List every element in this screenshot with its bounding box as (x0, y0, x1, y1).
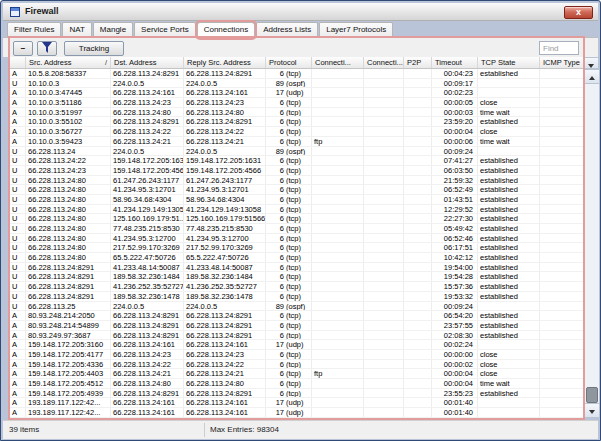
table-row[interactable]: A80.93.249.97:368766.228.113.24:829166.2… (9, 331, 583, 341)
table-row[interactable]: U66.228.113.24:8291189.58.32.236:1484189… (9, 272, 583, 282)
cell-reply-src-address: 66.228.113.24:23 (184, 350, 266, 359)
cell-reply-src-address: 66.228.113.24:8291 (184, 311, 266, 320)
table-row[interactable]: A159.148.172.205:316066.228.113.24:16166… (9, 340, 583, 350)
column-header-connecti-[interactable]: Connecti... (312, 57, 364, 68)
table-row[interactable]: U66.228.113.24:8041.234.95.3:1270041.234… (9, 234, 583, 244)
cell-p2p (404, 79, 432, 88)
cell-flag: A (9, 69, 26, 78)
column-header-src-address[interactable]: Src. Address/ (26, 57, 111, 68)
tab-filter-rules[interactable]: Filter Rules (7, 22, 61, 37)
column-header-timeout[interactable]: Timeout (432, 57, 478, 68)
cell-tcp-state: established (478, 234, 540, 243)
table-row[interactable]: A80.93.248.214:205066.228.113.24:829166.… (9, 311, 583, 321)
cell-connection-1 (312, 185, 364, 194)
filter-button[interactable] (37, 41, 57, 56)
tab-mangle[interactable]: Mangle (93, 22, 133, 37)
find-input[interactable] (539, 41, 579, 55)
table-row[interactable]: A159.148.172.205:417766.228.113.24:2366.… (9, 350, 583, 360)
table-row[interactable]: U66.228.113.24:80217.52.99.170:3269217.5… (9, 243, 583, 253)
table-row[interactable]: U66.228.113.24:8061.247.26.243:117761.24… (9, 176, 583, 186)
cell-reply-src-address: 224.0.0.5 (184, 302, 266, 311)
cell-flag: U (9, 195, 26, 204)
cell-icmp-type (540, 272, 580, 281)
column-header-reply-src-address[interactable]: Reply Src. Address (184, 57, 266, 68)
tab-layer7-protocols[interactable]: Layer7 Protocols (319, 22, 393, 37)
table-row[interactable]: U66.228.113.24:8077.48.235.215:853077.48… (9, 224, 583, 234)
table-row[interactable]: U66.228.113.24:8041.234.129.149:1305841.… (9, 205, 583, 215)
cell-p2p (404, 282, 432, 291)
cell-protocol: 6(tcp) (266, 379, 312, 388)
table-row[interactable]: A80.93.248.214:5489966.228.113.24:829166… (9, 321, 583, 331)
tab-service-ports[interactable]: Service Ports (134, 22, 196, 37)
column-header-tcp-state[interactable]: TCP State (478, 57, 540, 68)
table-row[interactable]: U66.228.113.24224.0.0.5224.0.0.589(ospf)… (9, 147, 583, 157)
cell-tcp-state: time wait (478, 137, 540, 146)
table-row[interactable]: U66.228.113.25224.0.0.5224.0.0.589(ospf)… (9, 302, 583, 312)
table-row[interactable]: A193.189.117.122:42...66.228.113.24:1616… (9, 408, 583, 418)
column-header-connecti-[interactable]: Connecti... (364, 57, 404, 68)
remove-button[interactable]: − (13, 41, 33, 56)
table-row[interactable]: A10.10.0.3:5942366.228.113.24:2166.228.1… (9, 137, 583, 147)
table-row[interactable]: A159.148.172.205:433666.228.113.24:2266.… (9, 360, 583, 370)
cell-icmp-type (540, 292, 580, 301)
cell-src-address: 66.228.113.24:80 (26, 243, 111, 252)
protocol-name: (tcp) (284, 253, 301, 262)
cell-flag: A (9, 340, 26, 349)
table-row[interactable]: U66.228.113.24:80125.160.169.179:51...12… (9, 214, 583, 224)
scrollbar-thumb[interactable] (586, 387, 598, 403)
table-row[interactable]: A193.189.117.122:42...66.228.113.24:1616… (9, 398, 583, 408)
table-row[interactable]: U66.228.113.24:8065.5.222.47:5072665.5.2… (9, 253, 583, 263)
table-row[interactable]: A159.148.172.205:451266.228.113.24:8066.… (9, 379, 583, 389)
table-row[interactable]: A10.10.0.3:4744566.228.113.24:16166.228.… (9, 88, 583, 98)
column-header-icmp-type[interactable]: ICMP Type (540, 57, 580, 68)
tab-address-lists[interactable]: Address Lists (256, 22, 318, 37)
scroll-down-button[interactable] (584, 403, 600, 418)
cell-timeout: 21:59:32 (432, 176, 478, 185)
cell-src-address: 66.228.113.24:23 (26, 166, 111, 175)
column-header-dst-address[interactable]: Dst. Address (111, 57, 184, 68)
table-row[interactable]: U66.228.113.24:829141.233.48.14:5008741.… (9, 263, 583, 273)
cell-tcp-state: time wait (478, 108, 540, 117)
cell-tcp-state (478, 398, 540, 407)
column-select-button[interactable] (583, 57, 599, 69)
column-header-p2p[interactable]: P2P (404, 57, 432, 68)
column-header-flags[interactable] (9, 57, 26, 68)
table-row[interactable]: U66.228.113.24:23159.148.172.205:4566159… (9, 166, 583, 176)
table-row[interactable]: U66.228.113.24:829141.236.252.35:5272741… (9, 282, 583, 292)
cell-flag: U (9, 79, 26, 88)
table-row[interactable]: A10.10.0.3:5118666.228.113.24:2366.228.1… (9, 98, 583, 108)
protocol-name: (tcp) (284, 321, 301, 330)
cell-reply-src-address: 41.234.95.3:12701 (184, 185, 266, 194)
cell-dst-address: 66.228.113.24:23 (111, 98, 184, 107)
table-row[interactable]: U66.228.113.24:8291189.58.32.236:1478189… (9, 292, 583, 302)
cell-dst-address: 66.228.113.24:8291 (111, 117, 184, 126)
cell-connection-1 (312, 117, 364, 126)
column-header-protocol[interactable]: Protocol (266, 57, 312, 68)
cell-reply-src-address: 189.58.32.236:1478 (184, 292, 266, 301)
table-row[interactable]: A159.148.172.205:493966.228.113.24:82916… (9, 389, 583, 399)
table-row[interactable]: A10.10.0.3:5199766.228.113.24:8066.228.1… (9, 108, 583, 118)
scroll-up-button[interactable] (584, 69, 600, 84)
table-row[interactable]: U66.228.113.24:8041.234.95.3:1270141.234… (9, 185, 583, 195)
cell-connection-2 (364, 195, 404, 204)
titlebar[interactable]: Firewall x (3, 3, 598, 21)
table-row[interactable]: A10.10.0.3:5672766.228.113.24:2266.228.1… (9, 127, 583, 137)
cell-p2p (404, 88, 432, 97)
table-row[interactable]: U66.228.113.24:22159.148.172.205:1631159… (9, 156, 583, 166)
table-row[interactable]: A159.148.172.205:440366.228.113.24:2166.… (9, 369, 583, 379)
table-row[interactable]: U66.228.113.24:8058.96.34.68:430458.96.3… (9, 195, 583, 205)
close-icon[interactable]: x (564, 6, 593, 19)
table-row[interactable]: U10.10.0.3224.0.0.5224.0.0.589(ospf)00:0… (9, 79, 583, 89)
protocol-name: (tcp) (284, 195, 301, 204)
table-row[interactable]: A10.5.8.208:5833766.228.113.24:829166.22… (9, 69, 583, 79)
cell-dst-address: 125.160.169.179:51... (111, 214, 184, 223)
tab-nat[interactable]: NAT (62, 22, 91, 37)
tab-connections[interactable]: Connections (197, 22, 255, 38)
vertical-scrollbar[interactable] (583, 69, 599, 418)
cell-timeout: 00:00:06 (432, 137, 478, 146)
tracking-button[interactable]: Tracking (64, 41, 124, 56)
cell-connection-1 (312, 272, 364, 281)
table-row[interactable]: A10.10.0.3:5510266.228.113.24:829166.228… (9, 117, 583, 127)
protocol-name: (udp) (284, 408, 304, 417)
cell-protocol: 6(tcp) (266, 117, 312, 126)
